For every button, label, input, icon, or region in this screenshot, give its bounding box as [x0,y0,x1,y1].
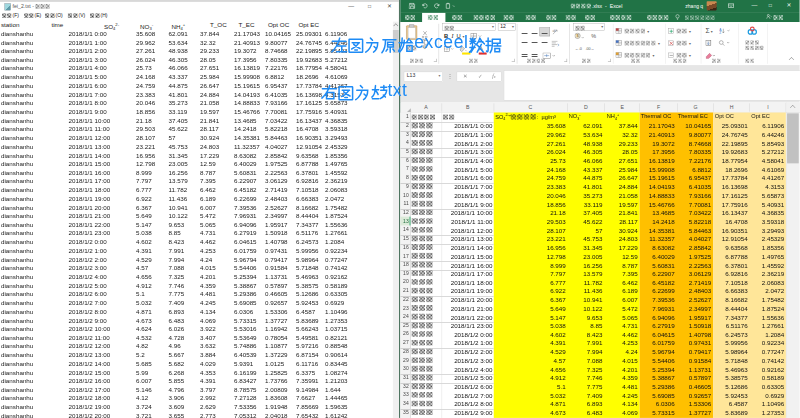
svg-text:←.0: ←.0 [575,47,582,51]
svg-text:ab: ab [553,29,557,33]
svg-text:%: % [591,33,596,39]
svg-text:Z: Z [719,31,721,34]
svg-text:.00→: .00→ [586,47,595,51]
